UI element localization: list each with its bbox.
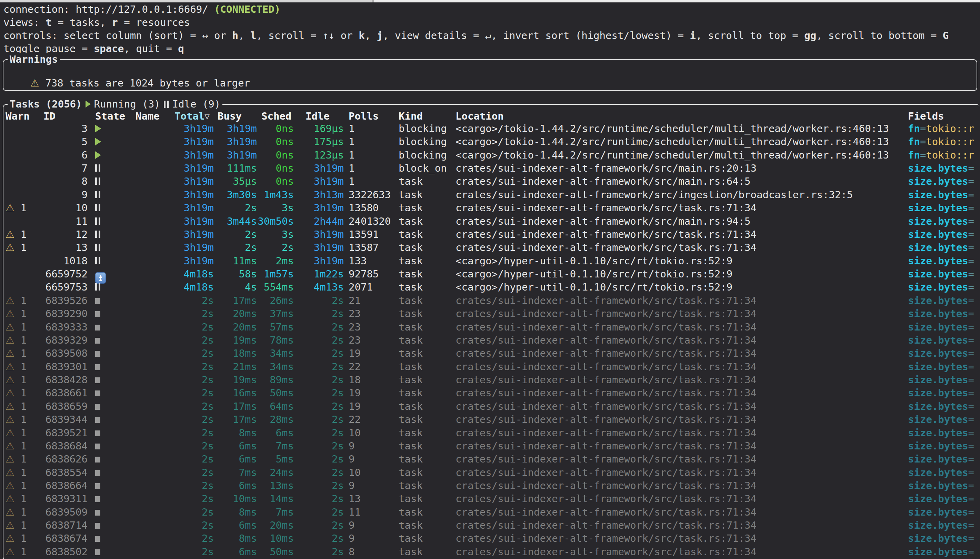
task-row-9[interactable]: 93h19m3m30s1m43s3h13m3322633taskcrates/s…: [3, 188, 980, 201]
task-row-6839344[interactable]: ⚠ 168393442s17ms28ms2s22taskcrates/sui-i…: [3, 413, 980, 426]
column-header-busy[interactable]: Busy: [218, 109, 242, 123]
cell-kind: task: [399, 281, 452, 294]
cell-state: [95, 294, 130, 307]
column-header-id[interactable]: ID: [43, 109, 56, 123]
task-row-6839311[interactable]: ⚠ 168393112s10ms14ms2s13taskcrates/sui-i…: [3, 492, 980, 505]
cell-fields: size.bytes=: [908, 307, 978, 320]
cell-warn: ⚠ 1: [5, 347, 35, 360]
task-row-13[interactable]: ⚠ 1133h19m2s2s3h19m13587taskcrates/sui-i…: [3, 241, 980, 254]
cell-fields: size.bytes=: [908, 386, 978, 399]
column-header-name[interactable]: Name: [136, 109, 160, 123]
cell-location: crates/sui-indexer-alt-framework/src/ing…: [455, 188, 906, 201]
cell-fields: size.bytes=: [908, 466, 978, 479]
cell-total: 3h19m: [161, 162, 214, 175]
cell-sched: 89ms: [256, 373, 294, 386]
column-header-warn[interactable]: Warn: [5, 109, 30, 123]
task-row-11[interactable]: 113h19m3m44s30m50s2h44m2401320taskcrates…: [3, 215, 980, 228]
task-row-6838659[interactable]: ⚠ 168386592s17ms64ms2s19taskcrates/sui-i…: [3, 400, 980, 413]
cell-location: crates/sui-indexer-alt-framework/src/tas…: [455, 440, 906, 453]
running-state-icon: [95, 138, 101, 146]
field-key: size.bytes: [908, 519, 968, 531]
task-row-3[interactable]: 33h19m3h19m0ns169µs1blocking<cargo>/toki…: [3, 122, 980, 135]
cell-kind: task: [399, 321, 452, 334]
task-row-8[interactable]: 83h19m35µs0ns3h19m1taskcrates/sui-indexe…: [3, 175, 980, 188]
task-row-5[interactable]: 53h19m3h19m0ns175µs1blocking<cargo>/toki…: [3, 135, 980, 148]
field-key: size.bytes: [908, 294, 968, 306]
task-row-10[interactable]: ⚠ 1103h19m2s3s3h19m13580taskcrates/sui-i…: [3, 201, 980, 214]
column-header-state[interactable]: State: [95, 109, 125, 123]
cell-sched: 6ms: [256, 426, 294, 440]
cell-idle: 4m13s: [293, 281, 344, 294]
column-header-fields[interactable]: Fields: [908, 109, 944, 123]
task-row-6838714[interactable]: ⚠ 168387142s6ms20ms2s9taskcrates/sui-ind…: [3, 519, 980, 532]
cell-busy: 3h19m: [213, 149, 257, 162]
column-header-sched[interactable]: Sched: [262, 109, 291, 123]
row-warning-count: 1: [15, 480, 26, 491]
task-row-6838626[interactable]: ⚠ 168386262s6ms5ms2s9taskcrates/sui-inde…: [3, 453, 980, 466]
task-row-6839290[interactable]: ⚠ 168392902s20ms37ms2s23taskcrates/sui-i…: [3, 307, 980, 320]
cell-sched: 28ms: [256, 413, 294, 426]
cell-id: 6838664: [36, 479, 88, 492]
cell-state: [95, 492, 130, 505]
task-row-6838664[interactable]: ⚠ 168386642s6ms13ms2s9taskcrates/sui-ind…: [3, 479, 980, 492]
task-row-6659753[interactable]: 66597534m18s4s554ms4m13s2071task<cargo>/…: [3, 281, 980, 294]
stopped-state-icon: [95, 456, 100, 463]
task-row-6839509[interactable]: ⚠ 168395092s8ms7ms2s11taskcrates/sui-ind…: [3, 506, 980, 519]
controls-line: controls: select column (sort) = ↔ or h,…: [3, 29, 980, 42]
cell-sched: 64ms: [256, 400, 294, 413]
task-row-6659752[interactable]: 6659752▲▲4m18s58s1m57s1m22s92785task<car…: [3, 268, 980, 281]
cell-sched: 14ms: [256, 492, 294, 505]
row-warning-count: 1: [15, 361, 26, 372]
cell-total: 2s: [161, 307, 214, 320]
views-token: = tasks,: [52, 17, 112, 28]
task-row-6838502[interactable]: ⚠ 168385022s6ms50ms2s8taskcrates/sui-ind…: [3, 545, 980, 558]
task-row-6838428[interactable]: ⚠ 168384282s19ms89ms2s18taskcrates/sui-i…: [3, 373, 980, 386]
cell-sched: 20ms: [256, 519, 294, 532]
task-row-6839329[interactable]: ⚠ 168393292s19ms78ms2s23taskcrates/sui-i…: [3, 334, 980, 347]
column-header-kind[interactable]: Kind: [399, 109, 423, 123]
cell-busy: 2s: [213, 201, 257, 214]
task-row-6[interactable]: 63h19m3h19m0ns123µs1blocking<cargo>/toki…: [3, 149, 980, 162]
column-header-total[interactable]: Total▿: [174, 109, 210, 123]
task-row-6839526[interactable]: ⚠ 168395262s17ms26ms2s21taskcrates/sui-i…: [3, 294, 980, 307]
cell-kind: task: [399, 373, 452, 386]
cell-busy: 6ms: [213, 519, 257, 532]
cell-sched: 24ms: [256, 466, 294, 479]
column-header-location[interactable]: Location: [455, 109, 504, 123]
column-header-polls[interactable]: Polls: [349, 109, 379, 123]
field-value: tokio::r: [926, 123, 974, 134]
task-row-7[interactable]: 73h19m111ms0ns3h19m1block_oncrates/sui-i…: [3, 162, 980, 175]
cell-warn: ⚠ 1: [5, 400, 35, 413]
task-row-1018[interactable]: 10183h19m11ms2ms3h19m133task<cargo>/hype…: [3, 254, 980, 268]
task-row-6838661[interactable]: ⚠ 168386612s16ms50ms2s19taskcrates/sui-i…: [3, 386, 980, 399]
cell-state: [95, 241, 130, 254]
row-warning-icon: ⚠: [5, 308, 15, 319]
task-row-6839333[interactable]: ⚠ 168393332s20ms57ms2s23taskcrates/sui-i…: [3, 321, 980, 334]
cell-state: [95, 281, 130, 294]
row-warning-count: 1: [15, 308, 26, 319]
task-row-6839521[interactable]: ⚠ 168395212s8ms6ms2s10taskcrates/sui-ind…: [3, 426, 980, 440]
cell-warn: ⚠ 1: [5, 241, 35, 254]
cell-warn: ⚠ 1: [5, 386, 35, 399]
task-row-6839301[interactable]: ⚠ 168393012s21ms34ms2s22taskcrates/sui-i…: [3, 360, 980, 373]
row-warning-count: 1: [15, 294, 26, 306]
task-row-6838684[interactable]: ⚠ 168386842s6ms7ms2s9taskcrates/sui-inde…: [3, 440, 980, 453]
task-row-6838674[interactable]: ⚠ 168386742s8ms10ms2s9taskcrates/sui-ind…: [3, 532, 980, 545]
cell-idle: 2s: [293, 386, 344, 399]
column-header-idle[interactable]: Idle: [306, 109, 329, 123]
cell-busy: 6ms: [213, 453, 257, 466]
cell-busy: 20ms: [213, 307, 257, 320]
cell-fields: size.bytes=: [908, 400, 978, 413]
row-warning-count: 1: [15, 202, 26, 214]
row-warning-icon: ⚠: [5, 228, 15, 240]
task-row-6838554[interactable]: ⚠ 168385542s7ms24ms2s10taskcrates/sui-in…: [3, 466, 980, 479]
task-row-6839508[interactable]: ⚠ 168395082s18ms34ms2s19taskcrates/sui-i…: [3, 347, 980, 360]
cell-busy: 2s: [213, 241, 257, 254]
task-row-12[interactable]: ⚠ 1123h19m2s3s3h19m13591taskcrates/sui-i…: [3, 228, 980, 241]
cell-total: 3h19m: [161, 149, 214, 162]
cell-state: [95, 400, 130, 413]
stopped-state-icon: [95, 390, 100, 396]
field-equals: =: [968, 506, 974, 518]
cell-idle: 3h19m: [293, 201, 344, 214]
cell-location: <cargo>/tokio-1.44.2/src/runtime/schedul…: [455, 149, 906, 162]
